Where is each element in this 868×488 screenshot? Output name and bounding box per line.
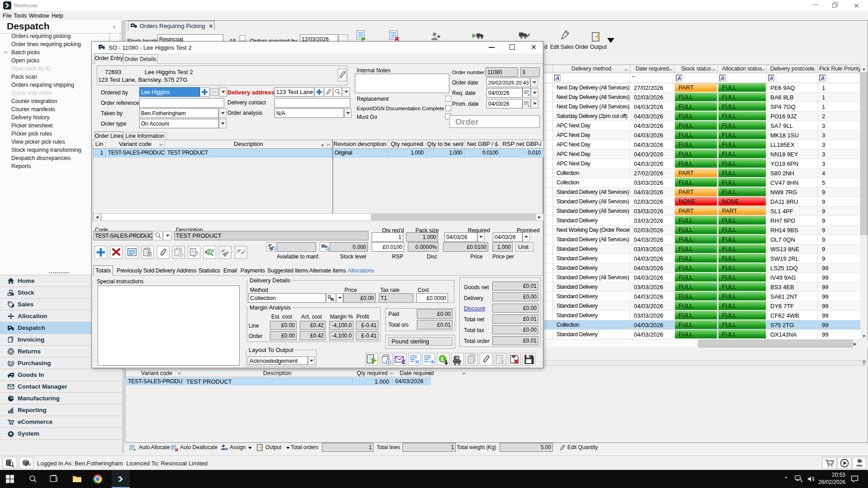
- svg-text:£: £: [208, 249, 211, 254]
- svg-text:i: i: [29, 462, 31, 467]
- svg-text:€: €: [212, 248, 215, 253]
- svg-text:£: £: [441, 356, 444, 362]
